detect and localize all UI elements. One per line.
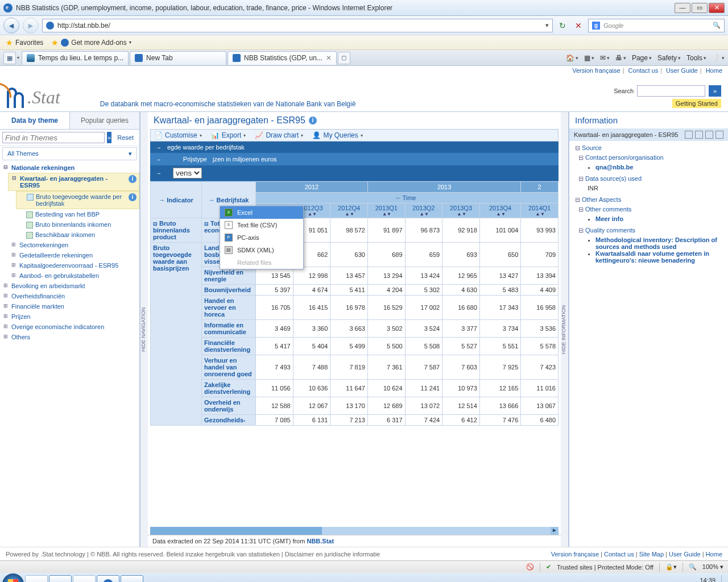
- meer-info-link[interactable]: Meer info: [595, 215, 623, 222]
- tree-besteding-bbp[interactable]: Besteding van het BBP: [16, 209, 139, 219]
- tree-kwartaal-esr95[interactable]: Kwartaal- en jaaraggregaten - ESR95i: [8, 173, 139, 191]
- quarter-header[interactable]: 2013Q1▲ ▾: [367, 203, 405, 218]
- tree-prijzen[interactable]: Prijzen: [0, 311, 139, 322]
- close-button[interactable]: ✕: [709, 3, 725, 13]
- tools-menu[interactable]: Tools▾: [686, 54, 706, 62]
- quick-tabs-button[interactable]: ▦: [3, 52, 16, 64]
- footer-guide[interactable]: User Guide: [669, 551, 701, 558]
- tree-sectorrekeningen[interactable]: Sectorrekeningen: [8, 240, 139, 250]
- find-go-button[interactable]: »: [107, 132, 111, 143]
- find-input[interactable]: [2, 132, 105, 143]
- quarter-header[interactable]: 2013Q4▲ ▾: [479, 203, 520, 218]
- scroll-thumb[interactable]: [150, 527, 322, 535]
- help-button[interactable]: ❔▾: [712, 54, 725, 62]
- tab-close-icon[interactable]: ✕: [326, 54, 332, 62]
- export-sdmx[interactable]: ▤SDMX (XML): [220, 244, 303, 256]
- tree-overige[interactable]: Overige economische indicatoren: [0, 322, 139, 332]
- tree-bevolking[interactable]: Bevolking en arbeidsmarkt: [0, 281, 139, 291]
- taskbar-ie[interactable]: e: [97, 575, 119, 582]
- taskbar-mediaplayer[interactable]: ▶: [25, 575, 48, 582]
- meth-link[interactable]: Methodological inventory: Description of…: [595, 236, 717, 250]
- maximize-button[interactable]: ▭: [692, 3, 708, 13]
- link-guide[interactable]: User Guide: [666, 67, 698, 74]
- footer-fr[interactable]: Version française: [551, 551, 599, 558]
- trusted-sites-label[interactable]: Trusted sites | Protected Mode: Off: [557, 564, 653, 571]
- footer-contact[interactable]: Contact us: [604, 551, 634, 558]
- export-pcaxis[interactable]: PPC-axis: [220, 231, 303, 244]
- export-excel[interactable]: XExcel: [220, 206, 303, 219]
- mail-button[interactable]: ✉▾: [600, 54, 610, 62]
- tree-bruto-toegevoegde[interactable]: Bruto toegevoegde waarde per bedrijfstak…: [16, 191, 139, 209]
- favorites-button[interactable]: ★Favorites: [6, 38, 43, 47]
- tree-financiele[interactable]: Financiële markten: [0, 301, 139, 311]
- tree-nationale-rekeningen[interactable]: Nationale rekeningen: [0, 163, 139, 173]
- zoom-level[interactable]: 100% ▾: [702, 563, 723, 571]
- popup-blocker-icon[interactable]: 🚫: [526, 563, 534, 571]
- quarter-header[interactable]: 2013Q3▲ ▾: [442, 203, 480, 218]
- all-themes-dropdown[interactable]: All Themes▾: [2, 147, 137, 160]
- tab-temps[interactable]: Temps du lieu. Le temps p...: [22, 51, 129, 65]
- footer-sitemap[interactable]: Site Map: [639, 551, 664, 558]
- hide-nav-toggle[interactable]: HIDE NAVIGATION: [140, 112, 148, 547]
- home-button[interactable]: 🏠▾: [566, 54, 578, 62]
- info-dsused[interactable]: Data source(s) used: [578, 175, 722, 182]
- back-button[interactable]: ◄: [3, 18, 19, 34]
- stop-button[interactable]: ✕: [572, 19, 585, 32]
- horizontal-scrollbar[interactable]: ◄►: [150, 527, 559, 535]
- refresh-button[interactable]: ↻: [556, 19, 569, 32]
- email-link[interactable]: qna@nbb.be: [595, 164, 633, 171]
- my-queries-button[interactable]: 👤My Queries▾: [312, 131, 362, 139]
- info-icon[interactable]: i: [129, 175, 136, 183]
- browser-search-bar[interactable]: g Google 🔍: [588, 19, 725, 32]
- ketting-link[interactable]: Kwartaalsaldi naar volume gemeten in ket…: [595, 250, 709, 264]
- info-quality-comments[interactable]: Quality comments: [578, 227, 722, 234]
- dim-select[interactable]: vens: [173, 168, 202, 178]
- site-search-input[interactable]: [637, 85, 705, 97]
- link-home[interactable]: Home: [706, 67, 722, 74]
- quarter-header[interactable]: 2012Q4▲ ▾: [330, 203, 368, 218]
- export-button[interactable]: 📊Export▾: [211, 131, 246, 139]
- reset-link[interactable]: Reset: [114, 134, 137, 141]
- tab-popular-queries[interactable]: Popular queries: [70, 112, 139, 129]
- safety-menu[interactable]: Safety▾: [657, 54, 681, 62]
- tab-nbb[interactable]: NBB Statistics (GDP, un...✕: [228, 51, 337, 65]
- link-contact[interactable]: Contact us: [628, 67, 659, 74]
- tree-bruto-binnen[interactable]: Bruto binnenlands inkomen: [16, 219, 139, 230]
- tree-others[interactable]: Others: [0, 332, 139, 342]
- info-source[interactable]: Source: [575, 144, 722, 152]
- tree-aanbod[interactable]: Aanbod- en gebruikstabellen: [8, 271, 139, 281]
- info-contact[interactable]: Contact person/organisation: [578, 154, 722, 161]
- info-tool-icon[interactable]: [685, 131, 693, 139]
- site-search-go[interactable]: »: [709, 85, 721, 97]
- customise-button[interactable]: 📄Customise▾: [154, 131, 202, 139]
- quarter-header[interactable]: 2013Q2▲ ▾: [405, 203, 442, 218]
- tray-clock[interactable]: 14:39 22/09/2014: [684, 577, 715, 582]
- tree-gedetailleerde[interactable]: Gedetailleerde rekeningen: [8, 250, 139, 260]
- tree-overheid[interactable]: Overheidsfinanciën: [0, 291, 139, 301]
- info-tool-icon[interactable]: [695, 131, 703, 139]
- draw-chart-button[interactable]: 📈Draw chart▾: [255, 131, 303, 139]
- data-table-wrap[interactable]: → Indicator → Bedrijfstak 2012 2013 2 → …: [150, 181, 559, 527]
- quarter-header[interactable]: 2014Q1▲ ▾: [521, 203, 559, 218]
- tab-new[interactable]: New Tab: [130, 51, 226, 65]
- taskbar-explorer[interactable]: 📁: [73, 575, 96, 582]
- info-tool-icon[interactable]: [705, 131, 713, 139]
- url-dropdown-icon[interactable]: ▾: [545, 22, 549, 29]
- print-button[interactable]: 🖶▾: [615, 54, 626, 62]
- forward-button[interactable]: ►: [23, 18, 39, 34]
- page-menu[interactable]: Page▾: [632, 54, 652, 62]
- taskbar-outlook[interactable]: O: [49, 575, 72, 582]
- minimize-button[interactable]: —: [675, 3, 690, 13]
- addons-button[interactable]: ★Get more Add-ons ▾: [51, 38, 131, 47]
- feeds-button[interactable]: ▦▾: [584, 54, 594, 62]
- zone-icon[interactable]: 🔒▾: [665, 563, 677, 571]
- info-icon[interactable]: i: [309, 117, 317, 124]
- address-bar[interactable]: http://stat.nbb.be/ ▾: [42, 19, 553, 32]
- new-tab-button[interactable]: ▢: [338, 52, 350, 64]
- zoom-icon[interactable]: 🔍: [689, 563, 697, 571]
- tab-data-by-theme[interactable]: Data by theme: [0, 112, 70, 129]
- scroll-right-icon[interactable]: ►: [551, 527, 559, 535]
- taskbar-powerpoint[interactable]: P: [121, 575, 143, 582]
- info-other-comments[interactable]: Other comments: [578, 206, 722, 213]
- info-icon[interactable]: i: [129, 193, 136, 201]
